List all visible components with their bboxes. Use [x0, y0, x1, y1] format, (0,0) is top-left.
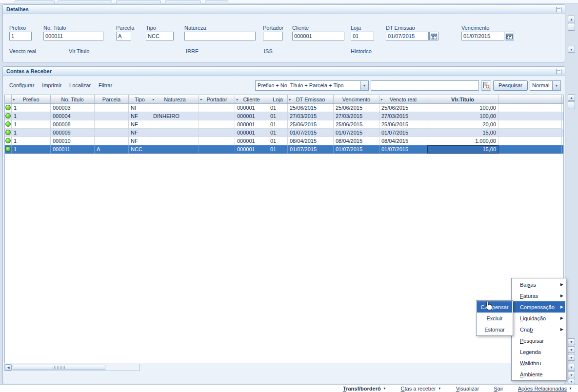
chevron-down-icon[interactable]: ▼	[360, 81, 368, 90]
order-combobox[interactable]: Prefixo + No. Titulo + Parcela + Tipo ▼	[255, 80, 369, 91]
bottom-action-transf-bordero[interactable]: Transf/borderô▼	[343, 386, 386, 392]
grid-cell[interactable]	[151, 104, 199, 112]
grid-cell[interactable]: 15,00	[427, 145, 498, 154]
pesquisar-button[interactable]: Pesquisar	[493, 80, 528, 91]
grid-cell[interactable]: 01/07/2015	[379, 145, 427, 154]
bottom-action-visualizar[interactable]: Visualizar	[456, 386, 479, 392]
grid-cell[interactable]: 000003	[51, 104, 95, 112]
grid-cell[interactable]: 25/06/2015	[288, 120, 334, 129]
table-row[interactable]: 1000011ANCC0000010101/07/201501/07/20150…	[5, 145, 563, 154]
detalhes-scroll-thumb[interactable]	[568, 23, 575, 31]
detalhes-scroll-up-button[interactable]: ▲	[568, 16, 575, 22]
grid-scroll-down-button-3[interactable]: ▼	[568, 354, 575, 361]
table-row[interactable]: 1000008NF0000010125/06/201525/06/201525/…	[5, 120, 563, 129]
grid-cell[interactable]	[95, 104, 129, 112]
grid-cell[interactable]: 01/07/2015	[288, 145, 334, 154]
grid-cell[interactable]	[95, 129, 129, 137]
bottom-action-acoes-relacionadas[interactable]: Ações Relacionadas▼	[518, 386, 572, 392]
menu-item-cnab[interactable]: Cnab▶	[512, 324, 565, 335]
menu-item-faturas[interactable]: Faturas▶	[512, 290, 565, 301]
column-header-vencimento[interactable]: Vencimento	[334, 95, 379, 103]
window-scroll-down-button-3[interactable]: ▼	[568, 379, 575, 384]
field-natureza[interactable]	[184, 32, 256, 40]
grid-cell[interactable]: 000009	[51, 129, 95, 137]
grid-cell[interactable]: 000001	[235, 145, 268, 154]
link-configurar[interactable]: Configurar	[9, 82, 34, 88]
grid-cell[interactable]: 27/03/2015	[334, 112, 379, 120]
table-row[interactable]: 1000004NFDINHEIRO0000010127/03/201527/03…	[5, 112, 563, 120]
menu-item-pesquisar[interactable]: Pesquisar	[512, 335, 565, 346]
column-header-dt-emissao[interactable]: ▸DT Emissao	[288, 95, 334, 103]
column-header-no-titulo[interactable]: No. Titulo	[51, 95, 95, 103]
submenu-item-excluir[interactable]: Excluir	[477, 313, 512, 324]
grid-cell[interactable]: 1	[12, 120, 51, 129]
submenu-item-compensar[interactable]: Compensar	[477, 301, 512, 313]
panel-maximize-icon[interactable]	[556, 69, 561, 74]
grid-cell[interactable]: 000001	[235, 104, 268, 112]
menu-item-compensacao[interactable]: Compensação▶	[512, 301, 565, 313]
scroll-left-button[interactable]: ◀	[5, 364, 12, 371]
grid-scroll-down-button-2[interactable]: ▼	[568, 346, 575, 353]
grid-cell[interactable]	[151, 129, 199, 137]
top-tab[interactable]	[205, 0, 228, 3]
grid-cell[interactable]: 1	[12, 112, 51, 120]
top-tab[interactable]	[165, 0, 201, 3]
grid-cell[interactable]: 100,00	[427, 112, 498, 120]
field-portador[interactable]	[263, 32, 283, 40]
grid-cell[interactable]: 01	[268, 145, 288, 154]
grid-cell[interactable]: 000001	[235, 137, 268, 145]
column-header-tipo[interactable]: Tipo	[129, 95, 151, 103]
link-filtrar[interactable]: Filtrar	[99, 82, 112, 88]
field-prefixo[interactable]: 1	[9, 32, 32, 40]
field-tipo[interactable]: NCC	[146, 32, 174, 40]
bottom-action-sair[interactable]: Sair	[494, 386, 503, 392]
grid-cell[interactable]: NCC	[129, 145, 151, 154]
column-header-status[interactable]	[5, 95, 12, 103]
grid-cell[interactable]: 1.000,00	[427, 137, 498, 145]
grid-cell[interactable]	[95, 120, 129, 129]
grid-cell[interactable]: 000001	[235, 129, 268, 137]
window-scroll-down-button-2[interactable]: ▼	[568, 372, 575, 378]
column-header-vlr-titulo[interactable]: Vlr.Titulo	[427, 95, 498, 103]
link-localizar[interactable]: Localizar	[69, 82, 91, 88]
grid-cell[interactable]: 1	[12, 104, 51, 112]
grid-cell[interactable]: 01	[268, 137, 288, 145]
grid-cell[interactable]: NF	[129, 129, 151, 137]
grid-scroll-up-button[interactable]: ▲	[568, 94, 575, 101]
calendar-button[interactable]	[429, 32, 438, 40]
field-cliente[interactable]: 000001	[292, 32, 344, 40]
grid-cell[interactable]: 27/03/2015	[379, 112, 427, 120]
grid-cell[interactable]: 25/06/2015	[288, 104, 334, 112]
column-header-cliente[interactable]: ▸Cliente	[235, 95, 268, 103]
grid-cell[interactable]: 000011	[51, 145, 95, 154]
grid-cell[interactable]	[199, 120, 235, 129]
calendar-button[interactable]	[505, 32, 514, 40]
table-row[interactable]: 1000009NF0000010101/07/201501/07/201501/…	[5, 129, 563, 137]
detalhes-scroll-down-button[interactable]: ▼	[568, 46, 575, 53]
grid-cell[interactable]: 01	[268, 104, 288, 112]
menu-item-ambiente[interactable]: Ambiente	[512, 369, 565, 380]
table-row[interactable]: 1000010NF0000010108/04/201508/04/201508/…	[5, 137, 563, 145]
grid-cell[interactable]: 20,00	[427, 120, 498, 129]
menu-item-liquidacao[interactable]: Liquidação▶	[512, 313, 565, 324]
grid-cell[interactable]	[199, 112, 235, 120]
grid-cell[interactable]: DINHEIRO	[151, 112, 199, 120]
menu-item-legenda[interactable]: Legenda	[512, 346, 565, 357]
top-tab[interactable]	[116, 0, 161, 3]
grid-cell[interactable]: 000004	[51, 112, 95, 120]
column-header-natureza[interactable]: ▸Natureza	[151, 95, 199, 103]
top-tab[interactable]	[58, 0, 112, 3]
grid-cell[interactable]: 25/06/2015	[379, 104, 427, 112]
grid-cell[interactable]: 25/06/2015	[334, 120, 379, 129]
grid-cell[interactable]	[151, 145, 199, 154]
submenu-item-estornar[interactable]: Estornar	[477, 324, 512, 335]
field-parcela[interactable]: A	[116, 32, 131, 40]
grid-cell[interactable]	[199, 145, 235, 154]
grid-cell[interactable]	[199, 104, 235, 112]
horizontal-scroll-track[interactable]	[12, 364, 139, 371]
grid-cell[interactable]: 08/04/2015	[288, 137, 334, 145]
advanced-search-button[interactable]	[481, 80, 491, 91]
grid-cell[interactable]	[95, 112, 129, 120]
grid-cell[interactable]: A	[95, 145, 129, 154]
grid-cell[interactable]: 08/04/2015	[379, 137, 427, 145]
